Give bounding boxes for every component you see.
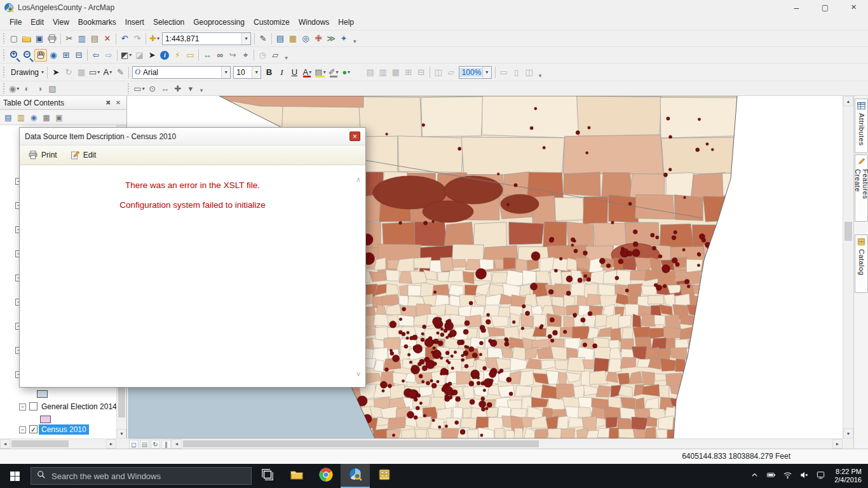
list-by-visibility-icon[interactable]: ◉ [27, 111, 40, 124]
menu-customize[interactable]: Customize [249, 16, 294, 29]
scroll-down-arrow[interactable] [117, 429, 126, 438]
pan-tool[interactable] [34, 49, 47, 62]
select-elements-icon[interactable]: ➤ [146, 49, 158, 62]
dropdown-arrow-icon[interactable]: ▾ [336, 69, 339, 75]
align-left-icon[interactable]: ▤ [364, 66, 377, 79]
layer-visibility-checkbox-census-2010[interactable]: ✓ [29, 425, 37, 433]
map-horizontal-scrollbar[interactable]: ◻▤↻∥ [127, 438, 843, 449]
python-window-icon[interactable]: ≫ [325, 32, 337, 45]
toc-horizontal-scrollbar[interactable] [0, 438, 116, 449]
dropdown-arrow-icon[interactable]: ▾ [142, 86, 145, 92]
dropdown-arrow-icon[interactable]: ▾ [323, 69, 326, 75]
taskbar-search-input[interactable]: Search the web and Windows [31, 467, 252, 485]
scroll-thumb[interactable] [183, 440, 539, 447]
html-popup-icon[interactable]: ▭ [184, 49, 196, 62]
arcmap-button[interactable] [341, 464, 370, 488]
editor-toolbar-icon[interactable]: ✎ [257, 32, 269, 45]
menu-bookmarks[interactable]: Bookmarks [74, 16, 121, 29]
menu-insert[interactable]: Insert [121, 16, 149, 29]
pause-drawing-button[interactable]: ∥ [161, 440, 171, 449]
dialog-title-bar[interactable]: Data Source Item Description - Census 20… [20, 128, 365, 146]
print-icon[interactable] [46, 32, 58, 45]
toc-expander[interactable]: − [19, 426, 26, 433]
close-button[interactable] [839, 0, 868, 15]
distribute-icon[interactable]: ⊞ [402, 66, 415, 79]
menu-file[interactable]: File [5, 16, 26, 29]
search-window-icon[interactable]: ◎ [299, 32, 312, 45]
scroll-thumb[interactable] [844, 222, 852, 241]
snap-end-icon[interactable]: ▾ [184, 82, 197, 95]
toc-expander[interactable]: − [19, 403, 26, 410]
start-button[interactable] [0, 464, 29, 488]
zoom-in-tool[interactable]: + [8, 49, 21, 62]
align-right-icon[interactable]: ▦ [390, 66, 402, 79]
layout-tool-1-icon[interactable]: ▭ [498, 66, 510, 79]
marker-color-button[interactable]: ●▾ [340, 66, 353, 79]
panel-tab-attributes[interactable]: Attributes [855, 98, 868, 153]
menu-view[interactable]: View [48, 16, 74, 29]
scroll-down-chevron[interactable]: ∨ [356, 370, 361, 378]
layer-effects-icon[interactable]: ◉▾ [8, 82, 20, 95]
scroll-left-arrow[interactable] [172, 439, 182, 449]
list-by-selection-icon[interactable]: ▦ [40, 111, 53, 124]
line-color-button[interactable]: ✐▾ [327, 66, 340, 79]
bold-button[interactable]: B [262, 66, 275, 79]
maximize-button[interactable] [811, 0, 839, 15]
viewer-window-icon[interactable]: ▱ [269, 49, 281, 62]
snap-point-icon[interactable]: ⊙ [146, 82, 159, 95]
taskbar-clock[interactable]: 8:22 PM 2/4/2016 [831, 464, 868, 488]
edit-vertices-tool[interactable]: ✎ [114, 66, 126, 79]
panel-tab-catalog[interactable]: Catalog [855, 234, 868, 293]
toolbar-overflow[interactable]: ▾ [539, 72, 542, 81]
go-to-xy-icon[interactable]: ⌖ [239, 49, 252, 62]
hyperlink-icon[interactable]: ⚡ [171, 49, 184, 62]
nudge-icon[interactable]: ◫ [432, 66, 445, 79]
scroll-left-arrow[interactable] [0, 439, 10, 449]
italic-button[interactable]: I [275, 66, 288, 79]
font-size-combo-dropdown-arrow[interactable]: ▾ [252, 67, 261, 78]
font-combo-dropdown-arrow[interactable]: ▾ [221, 67, 230, 78]
dialog-close-button[interactable] [349, 132, 360, 141]
fixed-zoom-out-icon[interactable]: ⊟ [72, 49, 85, 62]
menu-edit[interactable]: Edit [26, 16, 48, 29]
volume-icon[interactable] [796, 466, 811, 485]
dropdown-arrow-icon[interactable]: ▾ [97, 69, 100, 75]
layer-census-2010[interactable]: Census 2010 [39, 424, 89, 435]
back-extent-icon[interactable]: ⇦ [90, 49, 102, 62]
font-combo[interactable]: OArial▾ [132, 66, 231, 79]
add-data-icon[interactable]: ✚▾ [148, 32, 161, 45]
refresh-view-button[interactable]: ↻ [151, 440, 160, 449]
panel-tab-create-features[interactable]: Create Features [855, 154, 868, 222]
select-elements-tool[interactable]: ➤ [50, 66, 62, 79]
scroll-up-chevron[interactable]: ∧ [356, 175, 361, 184]
layer-visibility-checkbox-general-election-2014[interactable] [29, 402, 37, 410]
delete-icon[interactable]: ✕ [101, 32, 114, 45]
task-view-button[interactable] [253, 464, 282, 488]
measure-icon[interactable]: ↔ [201, 49, 214, 62]
find-icon[interactable]: ∞ [214, 49, 226, 62]
map-scale-combo[interactable]: 1:443,871▾ [162, 32, 251, 45]
contrast-icon[interactable]: ◐ [20, 82, 33, 95]
edit-button[interactable]: Edit [67, 147, 102, 163]
action-center-icon[interactable] [813, 466, 828, 485]
forward-extent-icon[interactable]: ⇨ [102, 49, 115, 62]
fixed-zoom-in-icon[interactable]: ⊞ [60, 49, 72, 62]
fill-color-button[interactable]: ▨▾ [313, 66, 327, 79]
layout-tool-3-icon[interactable]: ◫ [523, 66, 536, 79]
font-size-combo[interactable]: 10▾ [233, 66, 261, 79]
snapping-menu-icon[interactable]: ▭▾ [132, 82, 146, 95]
menu-windows[interactable]: Windows [294, 16, 334, 29]
group-icon[interactable]: ⊟ [415, 66, 428, 79]
file-explorer-button[interactable] [282, 464, 311, 488]
find-route-icon[interactable]: ↪ [226, 49, 239, 62]
toolbar-overflow[interactable]: ▾ [285, 55, 288, 63]
dropdown-arrow-icon[interactable]: ▾ [41, 69, 44, 75]
font-color-button[interactable]: A▾ [301, 66, 313, 79]
shape-tool[interactable]: ▭▾ [88, 66, 101, 79]
text-tool[interactable]: A▾ [101, 66, 114, 79]
zoom-out-tool[interactable]: − [21, 49, 34, 62]
toolbar-overflow[interactable]: ▾ [353, 38, 356, 46]
open-folder-icon[interactable] [20, 32, 33, 45]
toolbar-grip[interactable] [127, 83, 130, 94]
time-slider-icon[interactable]: ◷ [256, 49, 269, 62]
